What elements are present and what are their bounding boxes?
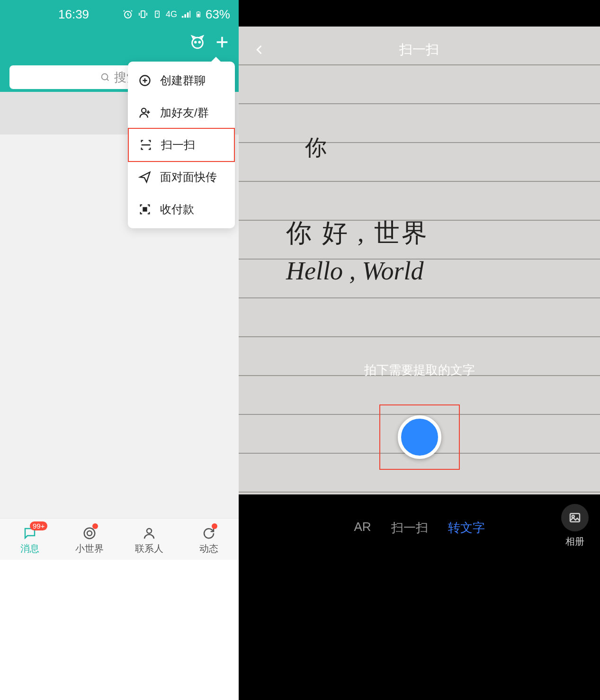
shutter-button[interactable] (398, 415, 441, 459)
sim-icon (152, 9, 162, 20)
chat-plus-icon (138, 74, 152, 87)
cropped-black (239, 561, 600, 700)
menu-label: 创建群聊 (160, 73, 206, 88)
menu-payment[interactable]: 收付款 (128, 193, 235, 225)
pet-icon[interactable] (189, 34, 206, 50)
menu-scan[interactable]: 扫一扫 (128, 128, 235, 162)
menu-add-friend[interactable]: 加好友/群 (128, 97, 235, 129)
scan-header: 扫一扫 (239, 41, 600, 59)
tab-label: 联系人 (135, 542, 163, 555)
svg-point-13 (87, 531, 92, 536)
search-icon (100, 72, 110, 82)
scan-screen: 你 你 好 , 世界 Hello , World 扫一扫 拍下需要提取的文字 A… (239, 0, 600, 700)
shutter-highlight (379, 404, 460, 470)
tab-messages[interactable]: 99+ 消息 (0, 519, 60, 563)
handwriting-scribble: 你 (305, 133, 600, 162)
svg-point-8 (199, 42, 200, 43)
svg-point-9 (102, 74, 108, 80)
scan-hint: 拍下需要提取的文字 (239, 362, 600, 378)
scan-statusbar (239, 0, 600, 27)
scan-mode-tabs: AR 扫一扫 转文字 (239, 520, 600, 536)
svg-point-14 (147, 529, 152, 533)
plus-dropdown-menu: 创建群聊 加好友/群 扫一扫 面对面快传 收付款 (128, 62, 235, 228)
scan-title: 扫一扫 (266, 41, 586, 59)
unread-badge: 99+ (30, 521, 47, 530)
tab-label: 动态 (199, 542, 218, 555)
tab-contacts[interactable]: 联系人 (119, 519, 179, 563)
album-button[interactable]: 相册 (561, 504, 589, 548)
plus-icon[interactable] (214, 34, 230, 50)
alarm-icon (122, 9, 134, 20)
scan-icon (139, 138, 152, 152)
album-label: 相册 (565, 536, 584, 547)
svg-rect-1 (141, 11, 145, 18)
svg-rect-5 (198, 11, 199, 12)
bottom-nav: 99+ 消息 小世界 联系人 动态 (0, 518, 239, 563)
svg-point-12 (84, 528, 95, 539)
menu-face-transfer[interactable]: 面对面快传 (128, 161, 235, 193)
handwriting-line-1: 你 好 , 世界 (286, 216, 600, 251)
battery-icon (195, 9, 202, 20)
qq-home-screen: 16:39 4G 63% (0, 0, 239, 700)
battery-label: 63% (206, 7, 230, 22)
vibrate-icon (137, 9, 149, 20)
tab-trends[interactable]: 动态 (179, 519, 239, 563)
tab-world[interactable]: 小世界 (60, 519, 119, 563)
menu-label: 扫一扫 (161, 137, 195, 153)
tab-label: 消息 (20, 542, 39, 555)
svg-point-7 (195, 42, 196, 43)
header-bar (0, 28, 239, 56)
svg-rect-15 (570, 513, 580, 522)
svg-point-11 (142, 108, 146, 113)
menu-create-group[interactable]: 创建群聊 (128, 64, 235, 97)
mode-scan[interactable]: 扫一扫 (391, 520, 428, 536)
mode-ocr[interactable]: 转文字 (448, 520, 485, 536)
contacts-icon (142, 526, 156, 540)
handwriting-line-2: Hello , World (286, 256, 600, 286)
svg-rect-4 (197, 14, 200, 17)
album-icon (561, 504, 589, 531)
tab-label: 小世界 (75, 542, 104, 555)
notification-dot (212, 523, 217, 529)
notification-dot (92, 523, 98, 529)
menu-label: 收付款 (160, 202, 194, 217)
menu-label: 面对面快传 (160, 170, 217, 185)
user-plus-icon (138, 106, 152, 119)
signal-icon (181, 9, 191, 19)
svg-point-6 (192, 37, 203, 48)
mode-ar[interactable]: AR (354, 520, 371, 536)
menu-label: 加好友/群 (160, 105, 209, 120)
scan-bottombar: AR 扫一扫 转文字 相册 (239, 494, 600, 561)
clock: 16:39 (9, 7, 89, 22)
send-icon (138, 171, 152, 184)
network-label: 4G (166, 9, 177, 19)
camera-viewport: 你 你 好 , 世界 Hello , World 扫一扫 拍下需要提取的文字 (239, 27, 600, 494)
cropped-whitespace (0, 560, 239, 700)
back-icon[interactable] (253, 43, 266, 56)
status-bar: 16:39 4G 63% (0, 0, 239, 28)
qr-pay-icon (138, 203, 152, 216)
